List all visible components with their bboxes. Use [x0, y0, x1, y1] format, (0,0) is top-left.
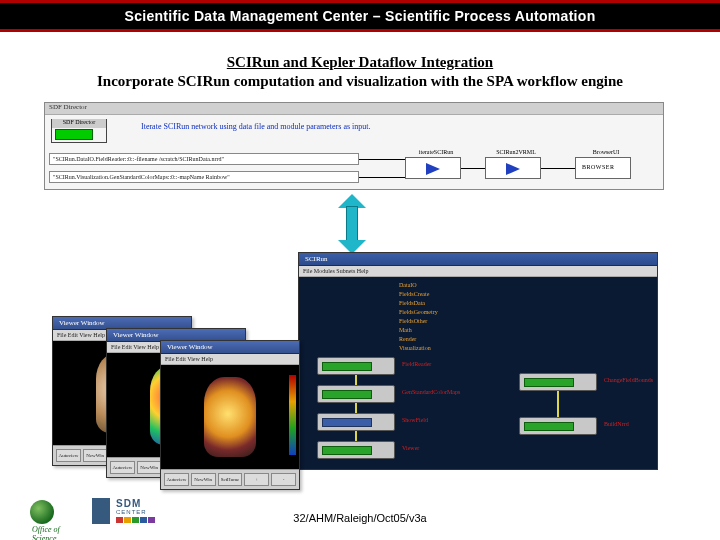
office-line2: Science — [32, 534, 56, 540]
scirun-module: ShowField — [317, 413, 395, 431]
scirun-canvas: DataIO FieldsCreate FieldsData FieldsGeo… — [299, 277, 657, 469]
scirun-menubar: File Modules Subnets Help — [299, 266, 657, 277]
header-title: Scientific Data Management Center – Scie… — [125, 8, 596, 24]
render-area — [161, 365, 299, 469]
cat-item: FieldsOther — [399, 317, 438, 326]
director-actor: SDF Director — [51, 119, 107, 143]
scirun-module: BuildNrrd — [519, 417, 597, 435]
wire — [541, 168, 575, 169]
cat-item: FieldsGeometry — [399, 308, 438, 317]
module-label: FieldReader — [402, 361, 431, 367]
viewer-button[interactable]: SetHome — [218, 473, 243, 486]
viewer-titlebar: Viewer Window — [161, 341, 299, 354]
viewer-button[interactable]: - — [271, 473, 296, 486]
viewer-button-row: Autoview NewWin SetHome + - — [161, 469, 299, 489]
kepler-titlebar: SDF Director — [45, 103, 663, 115]
play-icon — [506, 163, 520, 175]
director-label: SDF Director — [52, 119, 106, 128]
module-label: GenStandardColorMaps — [402, 389, 460, 395]
browser-text: BROWSER — [582, 164, 615, 170]
actor-browser: BrowserUI BROWSER — [575, 157, 631, 179]
scirun-titlebar: SCIRun — [299, 253, 657, 266]
viewer-button[interactable]: NewWin — [191, 473, 216, 486]
viewer-button[interactable]: NewWin — [137, 461, 162, 474]
module-label: BuildNrrd — [604, 421, 629, 427]
slide-title: SCIRun and Kepler Dataflow Integration — [40, 54, 680, 71]
scirun-window: SCIRun File Modules Subnets Help DataIO … — [298, 252, 658, 470]
viewer-menubar: File Edit View Help — [161, 354, 299, 365]
category-list: DataIO FieldsCreate FieldsData FieldsGeo… — [399, 281, 438, 353]
scirun-module: ChangeFieldBounds — [519, 373, 597, 391]
pipe — [355, 375, 357, 385]
wire — [461, 168, 485, 169]
kepler-window: SDF Director SDF Director Iterate SCIRun… — [44, 102, 664, 190]
cat-item: DataIO — [399, 281, 438, 290]
scirun-module: Viewer — [317, 441, 395, 459]
pipe — [355, 403, 357, 413]
module-label: ChangeFieldBounds — [604, 377, 653, 383]
pipe — [557, 391, 559, 417]
actor-scirun2vrml: SCIRun2VRML — [485, 157, 541, 179]
param-row-1: "SCIRun.DataIO.FieldReader::0::-filename… — [49, 153, 359, 165]
wire — [359, 177, 405, 178]
actor-iterate-scirun: iterateSCIRun — [405, 157, 461, 179]
viewer-button[interactable]: Autoview — [56, 449, 81, 462]
viewer-button[interactable]: Autoview — [110, 461, 135, 474]
pipe — [355, 431, 357, 441]
sdm-text: SDM — [116, 498, 155, 509]
cat-item: FieldsData — [399, 299, 438, 308]
title-block: SCIRun and Kepler Dataflow Integration I… — [0, 54, 720, 90]
kepler-canvas: SDF Director Iterate SCIRun network usin… — [45, 115, 663, 189]
office-line1: Office of — [32, 525, 60, 534]
director-green-icon — [55, 129, 93, 140]
slide-header: Scientific Data Management Center – Scie… — [0, 0, 720, 32]
viewer-button[interactable]: NewWin — [83, 449, 108, 462]
cat-item: FieldsCreate — [399, 290, 438, 299]
torso-render — [204, 377, 256, 457]
viewer-button[interactable]: Autoview — [164, 473, 189, 486]
scirun-module: FieldReader — [317, 357, 395, 375]
actor-label: BrowserUI — [570, 149, 642, 155]
wire — [359, 159, 405, 160]
cat-item: Render — [399, 335, 438, 344]
double-arrow-icon — [340, 196, 364, 252]
viewer-window-3: Viewer Window File Edit View Help Autovi… — [160, 340, 300, 490]
viewer-button[interactable]: + — [244, 473, 269, 486]
scirun-module: GenStandardColorMaps — [317, 385, 395, 403]
content-area: SDF Director SDF Director Iterate SCIRun… — [0, 102, 720, 482]
module-label: ShowField — [402, 417, 428, 423]
slide-number: 32/AHM/Raleigh/Oct05/v3a — [0, 512, 720, 524]
slide-subtitle: Incorporate SCIRun computation and visua… — [40, 73, 680, 90]
cat-item: Visualization — [399, 344, 438, 353]
play-icon — [426, 163, 440, 175]
param-row-2: "SCIRun.Visualization.GenStandardColorMa… — [49, 171, 359, 183]
color-legend-icon — [289, 375, 296, 455]
actor-label: iterateSCIRun — [400, 149, 472, 155]
cat-item: Math — [399, 326, 438, 335]
kepler-info: Iterate SCIRun network using data file a… — [141, 122, 371, 131]
actor-label: SCIRun2VRML — [480, 149, 552, 155]
module-label: Viewer — [402, 445, 419, 451]
